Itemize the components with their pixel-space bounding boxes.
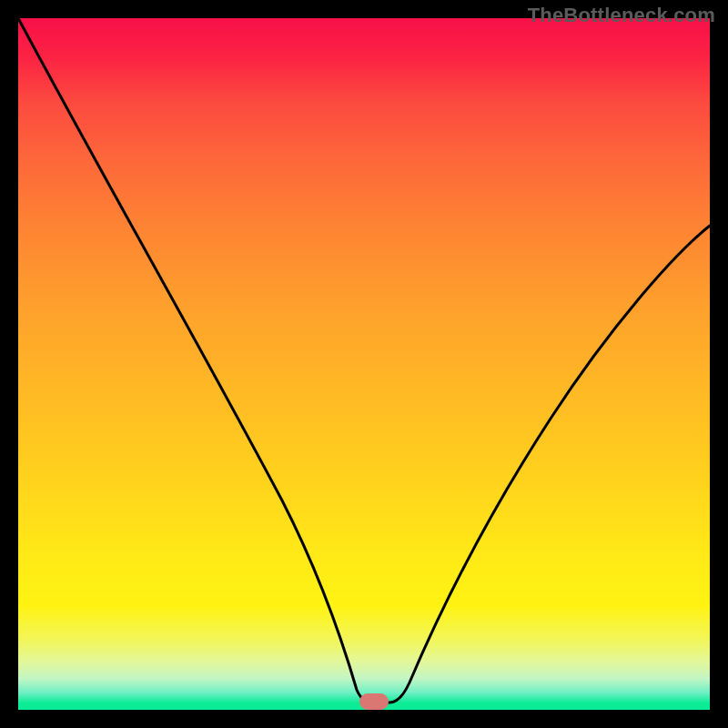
watermark-text: TheBottleneck.com — [528, 4, 715, 27]
plot-area — [18, 18, 710, 710]
chart-frame: TheBottleneck.com — [0, 0, 728, 728]
optimal-point-marker — [359, 693, 389, 710]
curve-layer — [18, 18, 710, 710]
bottleneck-curve-path — [18, 18, 710, 703]
